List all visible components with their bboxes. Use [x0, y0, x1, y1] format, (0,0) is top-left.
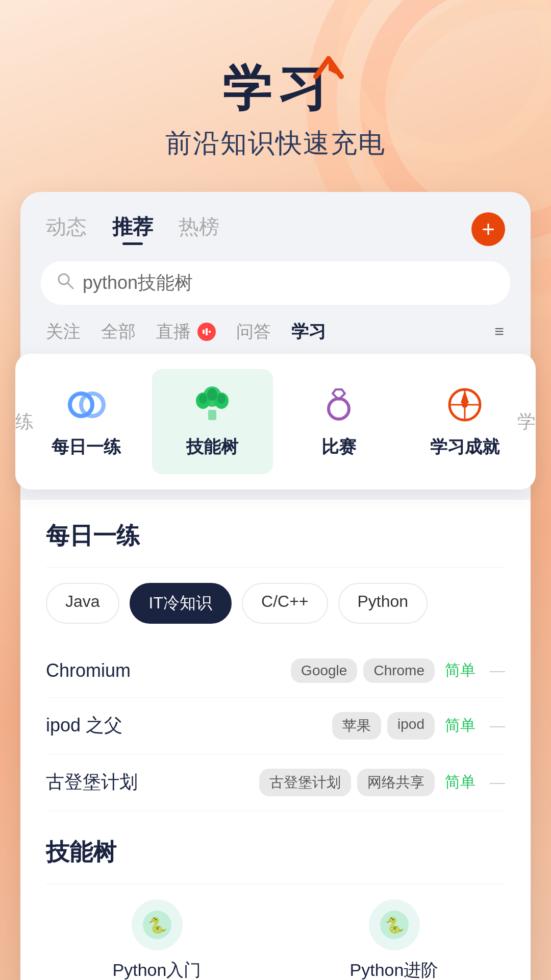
pill-cpp[interactable]: C/C++	[242, 583, 328, 624]
feature-contest-label: 比赛	[321, 435, 356, 459]
tag-chrome: Chrome	[363, 658, 435, 683]
search-bar[interactable]: python技能树	[41, 261, 510, 305]
filter-study[interactable]: 学习	[291, 320, 326, 344]
tab-rebang[interactable]: 热榜	[179, 213, 219, 245]
medal-icon	[318, 384, 359, 425]
partial-left-label: 练	[15, 409, 34, 434]
content-area: 每日一练 Java IT冷知识 C/C++ Python Chromium Go…	[20, 500, 531, 980]
pill-it-cold[interactable]: IT冷知识	[130, 583, 232, 624]
feature-skill-label: 技能树	[186, 435, 238, 459]
svg-rect-8	[209, 331, 211, 333]
feature-grid: 练 每日一练	[15, 354, 536, 489]
quiz-tags-gutenberg: 古登堡计划 网络共享	[259, 769, 435, 796]
feature-achievement-label: 学习成就	[430, 435, 499, 459]
daily-section-title: 每日一练	[46, 520, 505, 552]
difficulty-gutenberg: 简单	[445, 772, 475, 793]
skills-divider	[46, 884, 505, 884]
search-icon	[56, 272, 74, 295]
quiz-title-chromium: Chromium	[46, 660, 281, 681]
hero-section: 学 习 前沿知识快速充电	[0, 0, 551, 192]
filter-follow[interactable]: 关注	[46, 320, 81, 344]
svg-text:🐍: 🐍	[147, 916, 167, 935]
svg-point-17	[207, 388, 217, 401]
filter-more-button[interactable]: ≡	[494, 322, 505, 341]
quiz-title-gutenberg: 古登堡计划	[46, 770, 249, 795]
svg-text:🐍: 🐍	[385, 916, 404, 935]
hero-subtitle: 前沿知识快速充电	[0, 126, 551, 161]
tab-tuijian[interactable]: 推荐	[112, 213, 153, 245]
svg-rect-6	[203, 330, 205, 334]
filter-qa[interactable]: 问答	[236, 320, 271, 344]
hero-title: 学 习	[0, 61, 551, 115]
tag-gutenberg: 古登堡计划	[259, 769, 351, 796]
tree-icon	[192, 384, 233, 425]
add-tab-button[interactable]: +	[471, 212, 505, 246]
svg-rect-7	[206, 328, 208, 335]
skill-python-advanced-label: Python进阶	[350, 959, 439, 980]
main-card: 动态 推荐 热榜 + python技能树 关注 全部 直播	[20, 192, 531, 980]
tag-ipod: ipod	[387, 712, 435, 740]
pill-python[interactable]: Python	[338, 583, 428, 624]
filter-row: 关注 全部 直播 问答 学习 ≡	[20, 315, 531, 354]
skills-grid: 🐍 Python入门 🐍 Python进阶	[46, 899, 505, 980]
feature-daily-label: 每日一练	[52, 435, 121, 459]
live-badge	[197, 323, 216, 341]
quiz-item-ipod[interactable]: ipod 之父 苹果 ipod 简单 —	[46, 698, 505, 754]
quiz-item-gutenberg[interactable]: 古登堡计划 古登堡计划 网络共享 简单 —	[46, 754, 505, 811]
rings-icon	[66, 384, 107, 425]
tab-dongtai[interactable]: 动态	[46, 213, 87, 245]
quiz-title-ipod: ipod 之父	[46, 713, 322, 738]
skill-python-basic-label: Python入门	[113, 959, 202, 980]
tag-apple: 苹果	[332, 712, 381, 740]
difficulty-ipod: 简单	[445, 715, 475, 736]
quiz-tags-chromium: Google Chrome	[291, 658, 435, 683]
python-basic-icon: 🐍	[132, 899, 183, 950]
quiz-tags-ipod: 苹果 ipod	[332, 712, 435, 740]
feature-daily-practice[interactable]: 练 每日一练	[26, 369, 147, 474]
tag-google: Google	[291, 658, 357, 683]
tag-network-share: 网络共享	[357, 769, 435, 796]
filter-live[interactable]: 直播	[156, 320, 216, 344]
dash-gutenberg: —	[490, 774, 505, 791]
tabs-row: 动态 推荐 热榜 +	[20, 192, 531, 256]
feature-skill-tree[interactable]: 技能树	[152, 369, 273, 474]
svg-point-16	[217, 394, 226, 404]
filter-all[interactable]: 全部	[101, 320, 136, 344]
daily-divider	[46, 567, 505, 568]
hero-xue-char: 学	[222, 61, 273, 115]
feature-achievement[interactable]: 学 学习成就	[405, 369, 526, 474]
dash-chromium: —	[490, 662, 505, 679]
category-pills: Java IT冷知识 C/C++ Python	[46, 583, 505, 624]
hero-xi-char: 习	[278, 61, 329, 115]
python-advanced-icon: 🐍	[369, 899, 420, 950]
quiz-item-chromium[interactable]: Chromium Google Chrome 简单 —	[46, 644, 505, 698]
svg-rect-11	[208, 410, 216, 420]
skill-python-basic[interactable]: 🐍 Python入门	[46, 899, 268, 980]
svg-point-15	[199, 394, 207, 404]
compass-icon	[444, 384, 485, 425]
partial-right-label: 学	[517, 409, 536, 434]
skill-python-advanced[interactable]: 🐍 Python进阶	[283, 899, 505, 980]
pill-java[interactable]: Java	[46, 583, 119, 624]
svg-line-5	[68, 283, 73, 288]
skills-section-title: 技能树	[46, 837, 505, 868]
difficulty-chromium: 简单	[445, 660, 475, 681]
dash-ipod: —	[490, 717, 505, 734]
svg-point-18	[329, 399, 349, 419]
search-placeholder-text: python技能树	[83, 271, 193, 296]
feature-contest[interactable]: 比赛	[278, 369, 399, 474]
